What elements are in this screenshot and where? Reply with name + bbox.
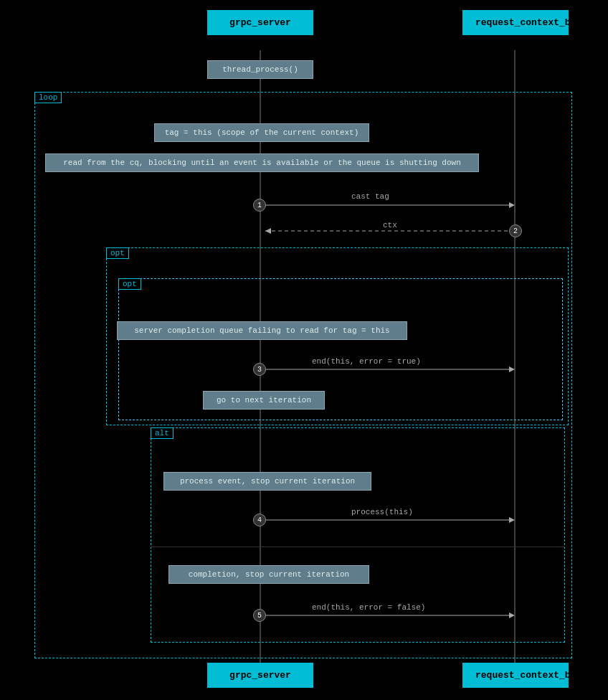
tag-this-note: tag = this (scope of the current context… (154, 123, 369, 142)
circle-1: 1 (253, 199, 266, 212)
circle-3: 3 (253, 363, 266, 376)
thread-process-note: thread_process() (207, 60, 313, 79)
process-event-note: process event, stop current iteration (163, 472, 371, 491)
actor-grpc-server-bottom: grpc_server (207, 663, 313, 688)
alt-label: alt (151, 427, 174, 439)
circle-2: 2 (509, 224, 522, 237)
opt2-label: opt (118, 278, 141, 290)
arrow-label-cast-tag: cast tag (351, 192, 389, 201)
arrow-label-process: process(this) (351, 508, 413, 516)
actor-request-context-base-top: request_context_base (462, 10, 569, 35)
server-completion-note: server completion queue failing to read … (117, 321, 407, 340)
actor-grpc-server-top: grpc_server (207, 10, 313, 35)
opt2-frame: opt (118, 278, 563, 420)
circle-5: 5 (253, 609, 266, 622)
sequence-diagram: grpc_server request_context_base thread_… (0, 0, 608, 700)
opt1-label: opt (106, 247, 129, 259)
arrow-label-end-error-false: end(this, error = false) (312, 603, 425, 612)
circle-4: 4 (253, 514, 266, 526)
go-to-next-note: go to next iteration (203, 391, 325, 410)
read-cq-note: read from the cq, blocking until an even… (45, 153, 479, 172)
arrow-label-end-error-true: end(this, error = true) (312, 357, 421, 366)
completion-stop-note: completion, stop current iteration (168, 565, 369, 584)
loop-label: loop (34, 92, 62, 103)
actor-request-context-base-bottom: request_context_base (462, 663, 569, 688)
arrow-label-ctx: ctx (383, 221, 397, 230)
